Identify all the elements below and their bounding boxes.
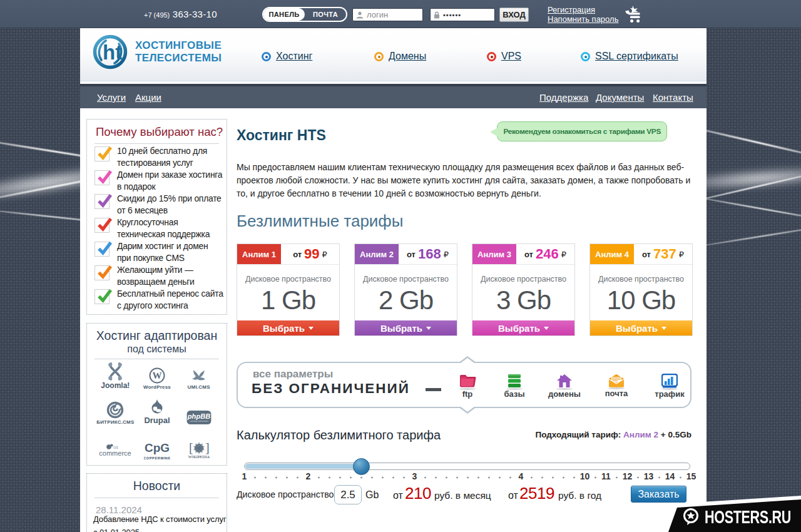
hosters-logo-icon <box>681 508 700 526</box>
choose-button[interactable]: Выбрать <box>472 320 574 335</box>
disk-size: 1 Gb <box>237 285 339 315</box>
svg-text:CpG: CpG <box>145 441 170 454</box>
plan-card-anlim2: Анлим 2 от168₽ Дисковое пространство 2 G… <box>354 243 457 336</box>
why-item: Дарим хостинг и домен при покупке CMS <box>94 240 224 264</box>
svg-text:[: [ <box>189 441 193 454</box>
caret-down-icon <box>661 327 666 330</box>
cms-logo-wikipedia: []WIKIPEDIA <box>178 432 220 460</box>
caret-down-icon <box>309 327 314 330</box>
plan-price: от168₽ <box>399 244 457 264</box>
svg-text:WIKIPEDIA: WIKIPEDIA <box>188 454 210 459</box>
page-title: Хостинг HTS <box>237 127 326 144</box>
tariffs-heading: Безлимитные тарифы <box>237 212 403 231</box>
cms-logo-label: WordPress <box>143 384 171 390</box>
suitable-extra: + 0.5Gb <box>661 430 691 439</box>
plan-name-badge: Анлим 1 <box>237 244 281 264</box>
feature-label: домены <box>548 389 581 399</box>
panel-mail-toggle: ПАНЕЛЬ ПОЧТА <box>262 7 347 22</box>
scale-number: 12 <box>622 471 633 481</box>
feature-databases: базы <box>496 374 533 399</box>
scale-dots <box>250 471 303 481</box>
price-value: 246 <box>536 246 559 262</box>
enter-button[interactable]: ВХОД <box>499 8 529 22</box>
suitable-label: Подходящий тариф: <box>536 430 621 439</box>
choose-button[interactable]: Выбрать <box>590 320 692 335</box>
adapted-title: Хостинг адаптирован <box>87 329 227 343</box>
slider-scale: 1 2 3 4 10 11 12 13 14 15 <box>239 471 696 481</box>
cms-logo-wordpress: W WordPress <box>136 362 178 390</box>
subnav-contacts[interactable]: Контакты <box>653 92 693 103</box>
why-item-text: Бесплатный перенос сайта с другого хости… <box>117 288 224 312</box>
nav-item-hosting[interactable]: Хостинг <box>262 51 312 62</box>
subnav-services[interactable]: Услуги <box>97 92 126 103</box>
topbar: +7 (495) 363-33-10 ПАНЕЛЬ ПОЧТА логин ••… <box>0 0 801 28</box>
cms-logo-label: Joomla! <box>101 381 130 390</box>
house-icon <box>556 374 573 388</box>
password-input[interactable]: •••••• <box>430 8 495 21</box>
scale-number: 1 <box>239 471 250 481</box>
remind-password-link[interactable]: Напомнить пароль <box>548 14 618 24</box>
month-suffix-label: руб. в месяц <box>434 490 491 501</box>
plan-name-badge: Анлим 2 <box>355 244 399 264</box>
scale-dots <box>526 471 579 481</box>
choose-label: Выбрать <box>616 323 658 334</box>
subnav-documents[interactable]: Документы <box>596 92 644 103</box>
disk-space-input[interactable] <box>334 485 362 504</box>
scale-dots <box>633 471 643 481</box>
nav-link[interactable]: Домены <box>389 51 426 62</box>
why-item-text: Скидки до 15% при оплате от 6 месяцев <box>117 193 224 217</box>
why-title: Почему выбирают нас? <box>96 125 218 139</box>
feature-label: ftp <box>462 389 473 399</box>
login-input[interactable]: логин <box>352 8 423 21</box>
news-link[interactable]: Добавление НДС к стоимости услуг с 01.01… <box>93 513 228 532</box>
password-mask: •••••• <box>443 11 461 19</box>
unlimited-big-label: БЕЗ ОГРАНИЧЕНИЙ <box>252 381 410 397</box>
divider <box>94 143 219 144</box>
gb-unit: Gb <box>365 489 379 501</box>
phone-number: +7 (495) 363-33-10 <box>144 9 217 20</box>
nav-link[interactable]: VPS <box>501 51 521 62</box>
radio-icon <box>262 52 271 61</box>
caret-down-icon <box>544 327 549 330</box>
subnav-support[interactable]: Поддержка <box>539 92 588 103</box>
plan-price: от737₽ <box>634 244 692 264</box>
price-from-label: от <box>524 250 533 259</box>
radio-icon <box>487 52 496 61</box>
check-icon <box>94 242 110 257</box>
svg-text:commerce: commerce <box>99 449 131 457</box>
scale-number: 11 <box>601 471 611 481</box>
nav-link[interactable]: Хостинг <box>276 51 312 62</box>
scale-number: 14 <box>665 471 675 481</box>
choose-label: Выбрать <box>263 323 305 334</box>
vps-recommendation-badge[interactable]: Рекомендуем ознакомиться с тарифами VPS <box>497 121 667 141</box>
nav-link[interactable]: SSL сертификаты <box>595 51 678 62</box>
why-item: 10 дней бесплатно для тестирования услуг <box>94 145 224 169</box>
plan-card-anlim3: Анлим 3 от246₽ Дисковое пространство 3 G… <box>472 243 575 336</box>
cms-logo-drupal: Drupal <box>136 397 178 425</box>
why-item: Домен при заказе хостинга в подарок <box>94 169 224 193</box>
why-item: Круглосуточная техническая поддержка <box>94 217 224 240</box>
subnav-promos[interactable]: Акции <box>135 92 161 103</box>
toggle-mail[interactable]: ПОЧТА <box>305 8 346 21</box>
calculator-title: Калькулятор безлимитного тарифа <box>237 428 441 442</box>
calculator-row: Дисковое пространство Gb от 210 руб. в м… <box>237 485 691 505</box>
choose-button[interactable]: Выбрать <box>355 320 457 335</box>
caret-down-icon <box>426 327 431 330</box>
toggle-panel[interactable]: ПАНЕЛЬ <box>263 8 305 21</box>
folder-icon <box>459 374 476 388</box>
nav-item-ssl[interactable]: SSL сертификаты <box>581 51 678 62</box>
cms-logos: Joomla! W WordPress UMI.CMS БИТРИКС.CMS … <box>94 362 220 460</box>
scale-dots <box>654 471 665 481</box>
slider-track[interactable] <box>244 463 690 470</box>
why-item: Желающим уйти — возвращаем деньги <box>94 264 224 288</box>
check-icon <box>94 170 110 185</box>
login-placeholder: логин <box>367 10 388 19</box>
suitable-plan-link[interactable]: Анлим 2 <box>623 430 658 439</box>
watermark-text: HOSTERS.RU <box>705 506 791 528</box>
intro-paragraph: Мы предоставляем нашим клиентам техничес… <box>237 161 691 200</box>
register-link[interactable]: Регистрация <box>548 5 618 14</box>
disk-size: 2 Gb <box>355 285 457 315</box>
nav-item-domains[interactable]: Домены <box>374 51 426 62</box>
nav-item-vps[interactable]: VPS <box>487 51 521 62</box>
choose-button[interactable]: Выбрать <box>237 320 339 335</box>
